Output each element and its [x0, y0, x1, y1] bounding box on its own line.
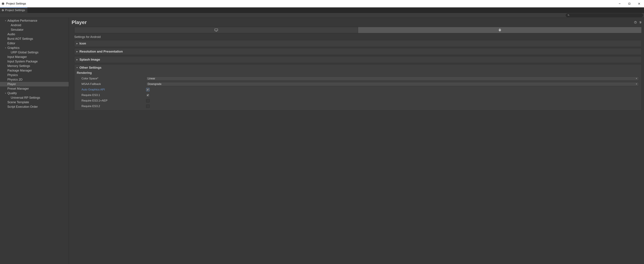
dropdown-value: Downgrade — [148, 83, 162, 86]
page-title: Player — [72, 19, 87, 25]
property-field: Linear▼ — [146, 76, 640, 81]
property-field: ✓ — [146, 105, 640, 108]
sidebar-item-label: Scene Template — [7, 101, 29, 104]
foldout-title: Icon — [80, 42, 86, 45]
checkbox[interactable]: ✓ — [146, 93, 150, 97]
property-label: MSAA Fallback — [76, 82, 146, 86]
foldout-other-settings: ▼ Other Settings Rendering Color Space*L… — [74, 64, 642, 110]
maximize-button[interactable] — [624, 0, 634, 7]
sidebar-item-label: Simulator — [10, 28, 24, 31]
sidebar-item-player[interactable]: ▶Player — [0, 82, 69, 86]
dropdown-value: Linear — [148, 77, 155, 80]
chevron-right-icon: ▶ — [76, 42, 78, 45]
chevron-down-icon: ▼ — [76, 67, 78, 69]
property-label: Require ES3.1+AEP — [76, 99, 146, 102]
sidebar-item-script-execution-order[interactable]: ▶Script Execution Order — [0, 105, 69, 109]
sidebar-item-package-manager[interactable]: ▶Package Manager — [0, 68, 69, 73]
checkbox[interactable]: ✓ — [146, 105, 150, 108]
property-label: Color Space* — [76, 77, 146, 80]
sidebar-item-universal-rp-settings[interactable]: ▶Universal RP Settings — [0, 95, 69, 100]
settings-sidebar[interactable]: ▼Adaptive Performance▶Android▶Simulator▶… — [0, 18, 69, 264]
sidebar-item-scene-template[interactable]: ▶Scene Template — [0, 100, 69, 105]
chevron-down-icon: ▼ — [636, 83, 637, 85]
sidebar-item-label: Editor — [7, 42, 15, 45]
chevron-right-icon: ▶ — [76, 50, 78, 53]
svg-point-14 — [641, 22, 641, 23]
property-field: ✓ — [146, 93, 640, 97]
checkbox[interactable]: ✓ — [146, 99, 150, 102]
close-button[interactable] — [634, 0, 644, 7]
property-label: Require ES3.2 — [76, 105, 146, 108]
svg-line-22 — [500, 28, 500, 29]
property-field: Downgrade▼ — [146, 82, 640, 86]
sidebar-item-graphics[interactable]: ▼Graphics — [0, 46, 69, 50]
property-field: ✓ — [146, 99, 640, 102]
foldout-header[interactable]: ▶Splash Image — [74, 56, 642, 63]
dropdown[interactable]: Downgrade▼ — [146, 82, 639, 86]
foldout-header[interactable]: ▶Resolution and Presentation — [74, 48, 642, 55]
sidebar-item-label: Player — [7, 82, 16, 86]
sidebar-item-quality[interactable]: ▼Quality — [0, 91, 69, 95]
sidebar-item-simulator[interactable]: ▶Simulator — [0, 27, 69, 32]
help-icon[interactable] — [634, 20, 637, 24]
minimize-button[interactable] — [615, 0, 624, 7]
sidebar-item-label: Physics 2D — [7, 78, 22, 81]
sidebar-item-label: Memory Settings — [7, 64, 30, 68]
sidebar-item-physics[interactable]: ▶Physics — [0, 73, 69, 77]
svg-line-7 — [569, 15, 570, 16]
chevron-down-icon[interactable]: ▼ — [4, 47, 7, 49]
platform-tab-standalone[interactable] — [74, 27, 358, 33]
sidebar-item-editor[interactable]: ▶Editor — [0, 41, 69, 46]
subsection-rendering: Rendering — [76, 71, 640, 76]
chevron-down-icon: ▼ — [636, 77, 637, 79]
sidebar-item-preset-manager[interactable]: ▶Preset Manager — [0, 86, 69, 91]
sidebar-item-android[interactable]: ▶Android — [0, 23, 69, 27]
preset-icon[interactable] — [638, 20, 642, 24]
foldout-splash-image: ▶Splash Image — [74, 56, 642, 63]
sidebar-item-burst-aot-settings[interactable]: ▶Burst AOT Settings — [0, 36, 69, 41]
settings-content: Player Settings for Android ▶Icon▶Resolu… — [69, 18, 644, 264]
property-label: Auto Graphics API — [76, 88, 146, 91]
search-icon — [568, 14, 570, 17]
unity-icon — [1, 2, 5, 5]
chevron-down-icon[interactable]: ▼ — [4, 92, 7, 94]
sidebar-item-adaptive-performance[interactable]: ▼Adaptive Performance — [0, 18, 69, 23]
foldout-title: Resolution and Presentation — [80, 50, 123, 53]
property-row-require-es3-2: Require ES3.2✓ — [76, 103, 640, 109]
sidebar-item-urp-global-settings[interactable]: ▶URP Global Settings — [0, 50, 69, 55]
chevron-down-icon[interactable]: ▼ — [4, 20, 7, 22]
sidebar-item-label: Physics — [7, 73, 18, 77]
sidebar-item-input-manager[interactable]: ▶Input Manager — [0, 55, 69, 59]
svg-marker-1 — [2, 3, 4, 5]
svg-rect-16 — [215, 29, 218, 31]
search-input[interactable] — [570, 14, 641, 17]
foldout-title: Splash Image — [80, 58, 100, 61]
platform-tab-android[interactable] — [358, 27, 642, 33]
window-title: Project Settings — [6, 2, 26, 5]
foldout-header[interactable]: ▶Icon — [74, 40, 642, 47]
svg-rect-3 — [629, 3, 630, 4]
sidebar-item-label: Adaptive Performance — [7, 19, 37, 22]
sidebar-item-audio[interactable]: ▶Audio — [0, 32, 69, 36]
property-row-auto-graphics-api: Auto Graphics API✓ — [76, 87, 640, 92]
sidebar-item-label: URP Global Settings — [10, 51, 38, 54]
property-field: ✓ — [146, 88, 640, 91]
tab-project-settings[interactable]: Project Settings — [0, 7, 28, 13]
sidebar-item-input-system-package[interactable]: ▶Input System Package — [0, 59, 69, 64]
foldout-resolution-and-presentation: ▶Resolution and Presentation — [74, 48, 642, 55]
sidebar-item-label: Burst AOT Settings — [7, 37, 33, 41]
sidebar-item-memory-settings[interactable]: ▶Memory Settings — [0, 64, 69, 68]
sidebar-item-label: Android — [10, 23, 21, 27]
search-field[interactable] — [566, 13, 643, 17]
checkbox[interactable]: ✓ — [146, 88, 150, 91]
foldout-title: Other Settings — [80, 66, 102, 69]
platform-tabs — [74, 27, 642, 33]
dropdown[interactable]: Linear▼ — [146, 76, 639, 81]
svg-point-9 — [635, 23, 636, 23]
svg-point-15 — [640, 23, 640, 23]
toolbar-row — [0, 13, 644, 18]
sidebar-item-physics-2d[interactable]: ▶Physics 2D — [0, 77, 69, 82]
foldout-header-other-settings[interactable]: ▼ Other Settings — [74, 64, 642, 71]
sidebar-item-label: Universal RP Settings — [10, 96, 40, 99]
property-row-require-es3-1: Require ES3.1✓ — [76, 92, 640, 98]
